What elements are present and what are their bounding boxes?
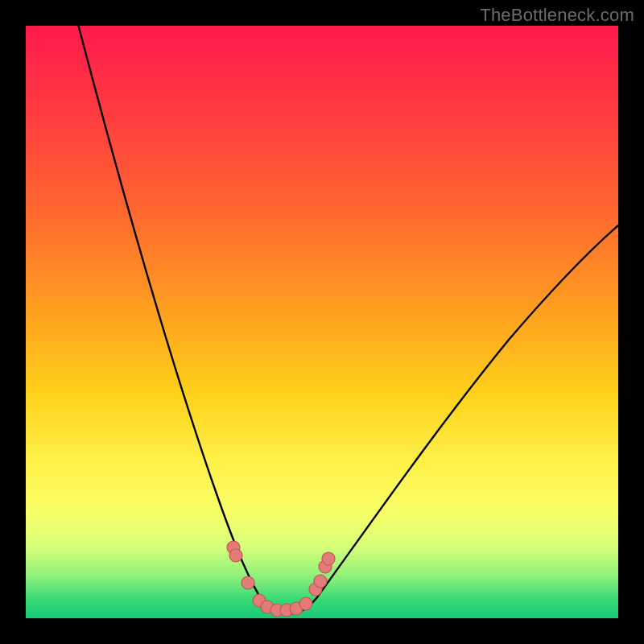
marker-group [227, 541, 335, 617]
data-marker [229, 549, 242, 562]
data-marker [242, 576, 254, 589]
plot-area [26, 26, 618, 618]
watermark-text: TheBottleneck.com [480, 5, 634, 26]
bottleneck-curve-left [70, 0, 264, 604]
curve-layer [26, 26, 618, 618]
bottleneck-curve-right [293, 225, 618, 613]
data-marker [322, 552, 335, 565]
data-marker [314, 575, 327, 588]
chart-frame: TheBottleneck.com [0, 0, 644, 644]
data-marker [299, 597, 312, 610]
